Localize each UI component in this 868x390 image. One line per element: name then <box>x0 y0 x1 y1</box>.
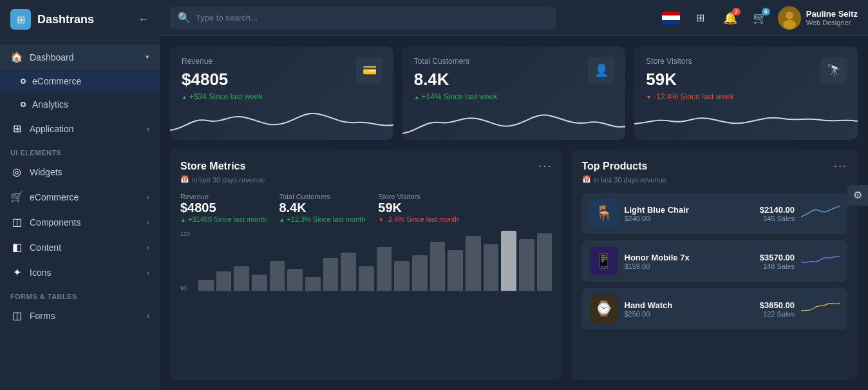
bars-area <box>198 231 552 291</box>
product-price-0: $240.00 <box>625 215 753 222</box>
y-label-120: 120 <box>180 231 196 237</box>
metric-revenue: Revenue $4805 +$1458 Since last month <box>180 193 266 223</box>
grid-icon: ⊞ <box>696 12 704 24</box>
sidebar-item-components[interactable]: ◫ Components ‹ <box>0 210 160 235</box>
up-icon <box>180 215 186 223</box>
cart-badge: 8 <box>762 8 770 15</box>
user-name: Pauline Seitz <box>806 9 858 19</box>
notifications-button[interactable]: 🔔 7 <box>719 6 742 30</box>
chevron-down-icon: ▾ <box>146 53 149 61</box>
visitors-change: -12.4% Since last week <box>646 92 846 101</box>
product-name-0: Light Blue Chair <box>625 205 753 215</box>
store-metrics-title: Store Metrics <box>180 161 245 172</box>
chevron-left-icon: ‹ <box>147 269 149 277</box>
product-item-2: ⌚ Hand Watch $250.00 $3650.00 122 Sales <box>582 288 848 329</box>
dot-icon <box>21 79 26 84</box>
sidebar-item-label: Icons <box>30 268 140 278</box>
metric-customers-value: 8.4K <box>279 200 365 215</box>
metric-visitors-change-text: -2.4% Since last month <box>386 215 458 223</box>
grid-button[interactable]: ⊞ <box>689 6 712 30</box>
metric-revenue-value: $4805 <box>180 200 266 215</box>
search-input[interactable] <box>196 13 549 23</box>
visitors-icon: 🔭 <box>820 57 847 84</box>
top-products-header: Top Products ··· <box>582 159 848 173</box>
product-revenue-0: $2140.00 345 Sales <box>760 205 795 222</box>
search-icon: 🔍 <box>178 12 191 24</box>
avatar <box>778 6 801 30</box>
product-revenue-1: $3570.00 148 Sales <box>760 253 795 270</box>
content-area: Revenue $4805 +$34 Since last week 💳 <box>160 36 868 390</box>
sidebar-item-label: eCommerce <box>32 76 149 86</box>
product-thumb-1: 📱 <box>590 247 618 275</box>
sidebar-item-label: eCommerce <box>30 192 140 202</box>
product-item-0: 🪑 Light Blue Chair $240.00 $2140.00 345 … <box>582 193 848 234</box>
revenue-sparkline <box>170 104 393 140</box>
svg-point-1 <box>786 12 793 19</box>
grid-icon: ⊞ <box>10 122 23 135</box>
product-revenue-2: $3650.00 122 Sales <box>760 300 795 318</box>
sidebar-item-widgets[interactable]: ◎ Widgets <box>0 159 160 184</box>
product-info-0: Light Blue Chair $240.00 <box>625 205 753 222</box>
store-metrics-card: Store Metrics ··· 📅 in last 30 days reve… <box>170 149 563 380</box>
calendar-icon: 📅 <box>180 175 189 184</box>
bar <box>198 280 214 291</box>
metric-customers: Total Customers 8.4K +12.3% Since last m… <box>279 193 365 223</box>
chevron-left-icon: ‹ <box>147 125 149 133</box>
ui-elements-section: UI ELEMENTS <box>0 141 160 159</box>
sidebar-item-ecommerce[interactable]: eCommerce <box>0 70 160 93</box>
bar <box>394 261 410 291</box>
product-sparkline-0 <box>801 202 840 224</box>
sidebar-item-forms[interactable]: ◫ Forms ‹ <box>0 303 160 328</box>
back-button[interactable]: ← <box>138 13 149 26</box>
product-revenue-val-0: $2140.00 <box>760 205 795 215</box>
icons-icon: ✦ <box>10 266 23 278</box>
product-item-1: 📱 Honor Mobile 7x $159.00 $3570.00 148 S… <box>582 240 848 282</box>
chevron-left-icon: ‹ <box>147 244 149 251</box>
customers-value: 8.4K <box>414 70 614 90</box>
revenue-icon: 💳 <box>356 57 383 84</box>
sidebar-item-content[interactable]: ◧ Content ‹ <box>0 235 160 260</box>
more-options-button[interactable]: ··· <box>538 159 552 173</box>
up-arrow-icon <box>414 92 420 101</box>
sidebar-item-dashboard[interactable]: 🏠 Dashboard ▾ <box>0 44 160 70</box>
bar <box>377 247 392 291</box>
sidebar-item-ecommerce2[interactable]: 🛒 eCommerce ‹ <box>0 184 160 210</box>
product-revenue-val-2: $3650.00 <box>760 300 795 310</box>
bar <box>216 271 232 291</box>
language-selector[interactable] <box>659 6 683 30</box>
settings-gear-button[interactable]: ⚙ <box>847 185 868 206</box>
customers-card: Total Customers 8.4K +14% Since last wee… <box>402 46 626 140</box>
visitors-change-text: -12.4% Since last week <box>654 92 734 101</box>
product-thumb-0: 🪑 <box>590 199 618 228</box>
bar <box>252 275 267 291</box>
up-arrow-icon <box>182 92 187 101</box>
revenue-change: +$34 Since last week <box>182 92 382 101</box>
bar-chart: 120 90 <box>180 231 552 302</box>
product-sparkline-2 <box>801 298 840 320</box>
search-box[interactable]: 🔍 <box>170 6 556 30</box>
more-options-button[interactable]: ··· <box>834 159 847 173</box>
bar <box>484 244 499 291</box>
bar <box>412 255 428 291</box>
sidebar-item-label: Components <box>30 217 140 228</box>
bottom-section: Store Metrics ··· 📅 in last 30 days reve… <box>170 149 858 380</box>
sidebar-item-analytics[interactable]: Analytics <box>0 93 160 116</box>
forms-tables-section: FORMS & TABLES <box>0 285 160 303</box>
user-profile[interactable]: Pauline Seitz Web Designer <box>778 6 858 30</box>
top-products-title: Top Products <box>582 161 648 172</box>
metric-revenue-change: +$1458 Since last month <box>180 215 266 223</box>
metric-customers-label: Total Customers <box>279 193 365 200</box>
sidebar-item-icons[interactable]: ✦ Icons ‹ <box>0 260 160 285</box>
sidebar-item-label: Analytics <box>32 99 149 110</box>
bar <box>341 253 356 291</box>
customers-icon: 👤 <box>588 57 615 84</box>
sidebar-item-application[interactable]: ⊞ Application ‹ <box>0 116 160 141</box>
notifications-badge: 7 <box>732 8 741 15</box>
user-role: Web Designer <box>806 19 858 26</box>
product-price-2: $250.00 <box>625 310 753 318</box>
y-label-90: 90 <box>180 285 196 291</box>
product-sales-1: 148 Sales <box>760 262 795 270</box>
stat-cards-row: Revenue $4805 +$34 Since last week 💳 <box>170 46 858 140</box>
cart-button[interactable]: 🛒 8 <box>748 6 771 30</box>
product-name-2: Hand Watch <box>625 300 753 310</box>
